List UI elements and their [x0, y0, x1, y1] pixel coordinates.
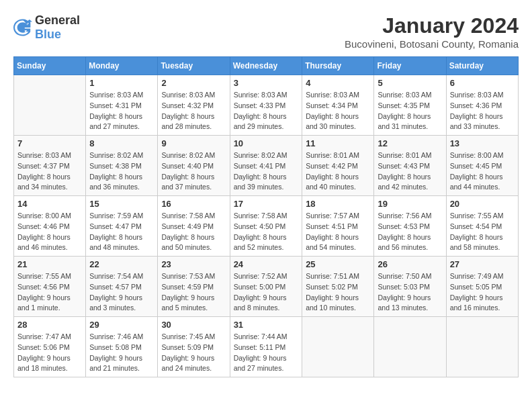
calendar-cell: 4Sunrise: 8:03 AMSunset: 4:34 PMDaylight…: [302, 75, 374, 136]
calendar-cell: 23Sunrise: 7:53 AMSunset: 4:59 PMDayligh…: [158, 257, 230, 317]
day-detail: Sunrise: 7:51 AMSunset: 5:02 PMDaylight:…: [306, 271, 370, 314]
day-number: 2: [161, 78, 226, 88]
day-detail: Sunrise: 8:02 AMSunset: 4:41 PMDaylight:…: [234, 150, 299, 193]
calendar-cell: 10Sunrise: 8:02 AMSunset: 4:41 PMDayligh…: [230, 136, 302, 196]
logo-general: General: [35, 13, 80, 27]
day-detail: Sunrise: 7:57 AMSunset: 4:51 PMDaylight:…: [306, 211, 370, 253]
calendar-week-row: 14Sunrise: 8:00 AMSunset: 4:46 PMDayligh…: [14, 196, 519, 257]
calendar-cell: 3Sunrise: 8:03 AMSunset: 4:33 PMDaylight…: [230, 75, 302, 136]
day-detail: Sunrise: 8:00 AMSunset: 4:45 PMDaylight:…: [450, 150, 515, 193]
weekday-header-row: SundayMondayTuesdayWednesdayThursdayFrid…: [14, 57, 519, 75]
calendar-cell: 16Sunrise: 7:58 AMSunset: 4:49 PMDayligh…: [158, 196, 230, 257]
logo-text: General Blue: [35, 13, 80, 42]
calendar-week-row: 1Sunrise: 8:03 AMSunset: 4:31 PMDaylight…: [14, 75, 519, 136]
calendar-cell: 31Sunrise: 7:44 AMSunset: 5:11 PMDayligh…: [230, 317, 302, 377]
calendar-week-row: 21Sunrise: 7:55 AMSunset: 4:56 PMDayligh…: [14, 257, 519, 317]
day-number: 30: [161, 320, 226, 330]
day-number: 3: [234, 78, 299, 88]
day-detail: Sunrise: 7:46 AMSunset: 5:08 PMDaylight:…: [89, 332, 154, 374]
calendar-cell: [302, 317, 374, 377]
logo-blue: Blue: [35, 28, 61, 41]
calendar-cell: 8Sunrise: 8:02 AMSunset: 4:38 PMDaylight…: [86, 136, 158, 196]
day-number: 23: [161, 259, 226, 269]
weekday-header: Saturday: [446, 57, 518, 75]
calendar-week-row: 28Sunrise: 7:47 AMSunset: 5:06 PMDayligh…: [14, 317, 519, 377]
calendar-cell: 29Sunrise: 7:46 AMSunset: 5:08 PMDayligh…: [86, 317, 158, 377]
day-number: 18: [306, 199, 370, 209]
day-detail: Sunrise: 7:55 AMSunset: 4:54 PMDaylight:…: [450, 211, 515, 253]
calendar-cell: 6Sunrise: 8:03 AMSunset: 4:36 PMDaylight…: [446, 75, 518, 136]
calendar-cell: 12Sunrise: 8:01 AMSunset: 4:43 PMDayligh…: [374, 136, 446, 196]
location-title: Bucovineni, Botosani County, Romania: [345, 38, 519, 50]
day-number: 12: [378, 138, 442, 148]
day-number: 19: [378, 199, 442, 209]
calendar-cell: [374, 317, 446, 377]
logo: General Blue: [13, 13, 80, 42]
calendar-cell: 5Sunrise: 8:03 AMSunset: 4:35 PMDaylight…: [374, 75, 446, 136]
day-detail: Sunrise: 8:03 AMSunset: 4:32 PMDaylight:…: [161, 90, 226, 132]
calendar-table: SundayMondayTuesdayWednesdayThursdayFrid…: [13, 56, 519, 377]
month-title: January 2024: [345, 13, 519, 38]
calendar-cell: 25Sunrise: 7:51 AMSunset: 5:02 PMDayligh…: [302, 257, 374, 317]
day-number: 9: [161, 138, 226, 148]
day-number: 10: [234, 138, 299, 148]
calendar-cell: 2Sunrise: 8:03 AMSunset: 4:32 PMDaylight…: [158, 75, 230, 136]
day-detail: Sunrise: 8:02 AMSunset: 4:38 PMDaylight:…: [89, 150, 154, 193]
day-number: 11: [306, 138, 370, 148]
day-detail: Sunrise: 7:53 AMSunset: 4:59 PMDaylight:…: [161, 271, 226, 314]
day-detail: Sunrise: 7:56 AMSunset: 4:53 PMDaylight:…: [378, 211, 442, 253]
day-number: 6: [450, 78, 515, 88]
day-number: 24: [234, 259, 299, 269]
day-detail: Sunrise: 8:01 AMSunset: 4:43 PMDaylight:…: [378, 150, 442, 193]
day-number: 13: [450, 138, 515, 148]
calendar-week-row: 7Sunrise: 8:03 AMSunset: 4:37 PMDaylight…: [14, 136, 519, 196]
title-block: January 2024 Bucovineni, Botosani County…: [345, 13, 519, 50]
calendar-cell: [446, 317, 518, 377]
calendar-cell: 17Sunrise: 7:58 AMSunset: 4:50 PMDayligh…: [230, 196, 302, 257]
calendar-cell: 11Sunrise: 8:01 AMSunset: 4:42 PMDayligh…: [302, 136, 374, 196]
day-detail: Sunrise: 7:49 AMSunset: 5:05 PMDaylight:…: [450, 271, 515, 314]
calendar-cell: 7Sunrise: 8:03 AMSunset: 4:37 PMDaylight…: [14, 136, 86, 196]
calendar-cell: 24Sunrise: 7:52 AMSunset: 5:00 PMDayligh…: [230, 257, 302, 317]
day-detail: Sunrise: 7:44 AMSunset: 5:11 PMDaylight:…: [234, 332, 299, 374]
day-detail: Sunrise: 8:03 AMSunset: 4:33 PMDaylight:…: [234, 90, 299, 132]
day-number: 16: [161, 199, 226, 209]
day-detail: Sunrise: 8:03 AMSunset: 4:34 PMDaylight:…: [306, 90, 370, 132]
day-detail: Sunrise: 7:45 AMSunset: 5:09 PMDaylight:…: [161, 332, 226, 374]
weekday-header: Monday: [86, 57, 158, 75]
calendar-cell: 15Sunrise: 7:59 AMSunset: 4:47 PMDayligh…: [86, 196, 158, 257]
day-number: 1: [89, 78, 154, 88]
day-detail: Sunrise: 8:03 AMSunset: 4:31 PMDaylight:…: [89, 90, 154, 132]
day-number: 26: [378, 259, 442, 269]
day-detail: Sunrise: 7:47 AMSunset: 5:06 PMDaylight:…: [17, 332, 82, 374]
weekday-header: Thursday: [302, 57, 374, 75]
calendar-cell: 30Sunrise: 7:45 AMSunset: 5:09 PMDayligh…: [158, 317, 230, 377]
day-number: 31: [234, 320, 299, 330]
day-number: 22: [89, 259, 154, 269]
day-detail: Sunrise: 7:58 AMSunset: 4:50 PMDaylight:…: [234, 211, 299, 253]
calendar-cell: 22Sunrise: 7:54 AMSunset: 4:57 PMDayligh…: [86, 257, 158, 317]
calendar-cell: 21Sunrise: 7:55 AMSunset: 4:56 PMDayligh…: [14, 257, 86, 317]
day-detail: Sunrise: 8:03 AMSunset: 4:36 PMDaylight:…: [450, 90, 515, 132]
day-detail: Sunrise: 8:02 AMSunset: 4:40 PMDaylight:…: [161, 150, 226, 193]
logo-icon: [13, 18, 32, 37]
day-number: 21: [17, 259, 82, 269]
calendar-cell: 28Sunrise: 7:47 AMSunset: 5:06 PMDayligh…: [14, 317, 86, 377]
calendar-cell: 14Sunrise: 8:00 AMSunset: 4:46 PMDayligh…: [14, 196, 86, 257]
calendar-cell: 19Sunrise: 7:56 AMSunset: 4:53 PMDayligh…: [374, 196, 446, 257]
day-number: 15: [89, 199, 154, 209]
day-number: 29: [89, 320, 154, 330]
calendar-cell: 26Sunrise: 7:50 AMSunset: 5:03 PMDayligh…: [374, 257, 446, 317]
weekday-header: Wednesday: [230, 57, 302, 75]
day-detail: Sunrise: 7:55 AMSunset: 4:56 PMDaylight:…: [17, 271, 82, 314]
calendar-cell: 1Sunrise: 8:03 AMSunset: 4:31 PMDaylight…: [86, 75, 158, 136]
day-detail: Sunrise: 8:03 AMSunset: 4:35 PMDaylight:…: [378, 90, 442, 132]
calendar-cell: 9Sunrise: 8:02 AMSunset: 4:40 PMDaylight…: [158, 136, 230, 196]
day-detail: Sunrise: 8:03 AMSunset: 4:37 PMDaylight:…: [17, 150, 82, 193]
page-header: General Blue January 2024 Bucovineni, Bo…: [13, 13, 519, 50]
day-number: 28: [17, 320, 82, 330]
day-detail: Sunrise: 7:50 AMSunset: 5:03 PMDaylight:…: [378, 271, 442, 314]
day-number: 14: [17, 199, 82, 209]
day-detail: Sunrise: 7:59 AMSunset: 4:47 PMDaylight:…: [89, 211, 154, 253]
calendar-cell: 18Sunrise: 7:57 AMSunset: 4:51 PMDayligh…: [302, 196, 374, 257]
